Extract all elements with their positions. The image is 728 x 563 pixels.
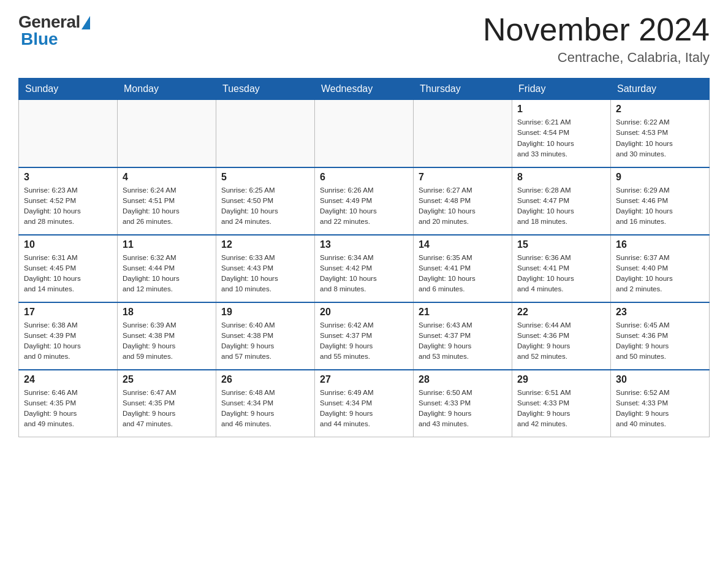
day-info: Sunrise: 6:45 AM Sunset: 4:36 PM Dayligh…	[616, 320, 704, 362]
calendar-day-cell: 12Sunrise: 6:33 AM Sunset: 4:43 PM Dayli…	[216, 235, 315, 302]
calendar-day-cell: 14Sunrise: 6:35 AM Sunset: 4:41 PM Dayli…	[414, 235, 512, 302]
day-info: Sunrise: 6:46 AM Sunset: 4:35 PM Dayligh…	[24, 388, 112, 430]
day-info: Sunrise: 6:31 AM Sunset: 4:45 PM Dayligh…	[24, 253, 112, 295]
calendar-day-cell: 1Sunrise: 6:21 AM Sunset: 4:54 PM Daylig…	[512, 100, 611, 167]
day-number: 24	[24, 374, 112, 385]
day-of-week-header: Sunday	[19, 79, 118, 100]
calendar-day-cell: 13Sunrise: 6:34 AM Sunset: 4:42 PM Dayli…	[315, 235, 414, 302]
day-info: Sunrise: 6:39 AM Sunset: 4:38 PM Dayligh…	[123, 320, 211, 362]
day-number: 4	[123, 172, 211, 183]
day-info: Sunrise: 6:24 AM Sunset: 4:51 PM Dayligh…	[123, 185, 211, 228]
day-number: 26	[221, 374, 309, 385]
day-number: 12	[221, 239, 309, 250]
day-info: Sunrise: 6:37 AM Sunset: 4:40 PM Dayligh…	[616, 253, 704, 295]
day-number: 11	[123, 239, 211, 250]
day-of-week-header: Wednesday	[315, 79, 414, 100]
calendar-day-cell: 15Sunrise: 6:36 AM Sunset: 4:41 PM Dayli…	[512, 235, 611, 302]
calendar-day-cell: 16Sunrise: 6:37 AM Sunset: 4:40 PM Dayli…	[611, 235, 710, 302]
day-number: 9	[616, 172, 704, 183]
day-number: 18	[123, 307, 211, 318]
day-of-week-header: Friday	[512, 79, 611, 100]
calendar-day-cell: 10Sunrise: 6:31 AM Sunset: 4:45 PM Dayli…	[19, 235, 118, 302]
calendar-day-cell: 22Sunrise: 6:44 AM Sunset: 4:36 PM Dayli…	[512, 302, 611, 370]
day-of-week-header: Tuesday	[216, 79, 315, 100]
calendar-day-cell: 24Sunrise: 6:46 AM Sunset: 4:35 PM Dayli…	[19, 370, 118, 437]
calendar-day-cell	[216, 100, 315, 167]
calendar-day-cell: 25Sunrise: 6:47 AM Sunset: 4:35 PM Dayli…	[118, 370, 216, 437]
calendar-day-cell	[118, 100, 216, 167]
day-info: Sunrise: 6:51 AM Sunset: 4:33 PM Dayligh…	[517, 388, 605, 430]
calendar-day-cell: 5Sunrise: 6:25 AM Sunset: 4:50 PM Daylig…	[216, 167, 315, 235]
day-number: 28	[419, 374, 507, 385]
day-info: Sunrise: 6:28 AM Sunset: 4:47 PM Dayligh…	[517, 185, 605, 228]
calendar-day-cell: 9Sunrise: 6:29 AM Sunset: 4:46 PM Daylig…	[611, 167, 710, 235]
calendar-week-row: 3Sunrise: 6:23 AM Sunset: 4:52 PM Daylig…	[19, 167, 710, 235]
day-number: 25	[123, 374, 211, 385]
calendar-day-cell: 30Sunrise: 6:52 AM Sunset: 4:33 PM Dayli…	[611, 370, 710, 437]
day-number: 15	[517, 239, 605, 250]
day-of-week-header: Monday	[118, 79, 216, 100]
calendar-day-cell: 21Sunrise: 6:43 AM Sunset: 4:37 PM Dayli…	[414, 302, 512, 370]
day-info: Sunrise: 6:42 AM Sunset: 4:37 PM Dayligh…	[320, 320, 408, 362]
calendar-day-cell: 28Sunrise: 6:50 AM Sunset: 4:33 PM Dayli…	[414, 370, 512, 437]
calendar-day-cell: 17Sunrise: 6:38 AM Sunset: 4:39 PM Dayli…	[19, 302, 118, 370]
day-info: Sunrise: 6:36 AM Sunset: 4:41 PM Dayligh…	[517, 253, 605, 295]
logo: General Blue	[18, 12, 90, 49]
day-info: Sunrise: 6:52 AM Sunset: 4:33 PM Dayligh…	[616, 388, 704, 430]
day-info: Sunrise: 6:33 AM Sunset: 4:43 PM Dayligh…	[221, 253, 309, 295]
day-info: Sunrise: 6:27 AM Sunset: 4:48 PM Dayligh…	[419, 185, 507, 228]
day-number: 21	[419, 307, 507, 318]
calendar-day-cell	[19, 100, 118, 167]
day-number: 5	[221, 172, 309, 183]
day-number: 8	[517, 172, 605, 183]
day-info: Sunrise: 6:26 AM Sunset: 4:49 PM Dayligh…	[320, 185, 408, 228]
day-number: 13	[320, 239, 408, 250]
location-subtitle: Centrache, Calabria, Italy	[483, 50, 710, 66]
day-info: Sunrise: 6:49 AM Sunset: 4:34 PM Dayligh…	[320, 388, 408, 430]
calendar-week-row: 10Sunrise: 6:31 AM Sunset: 4:45 PM Dayli…	[19, 235, 710, 302]
day-number: 30	[616, 374, 704, 385]
day-number: 19	[221, 307, 309, 318]
calendar-day-cell: 23Sunrise: 6:45 AM Sunset: 4:36 PM Dayli…	[611, 302, 710, 370]
day-info: Sunrise: 6:44 AM Sunset: 4:36 PM Dayligh…	[517, 320, 605, 362]
logo-blue-text: Blue	[21, 29, 58, 49]
day-info: Sunrise: 6:40 AM Sunset: 4:38 PM Dayligh…	[221, 320, 309, 362]
logo-triangle-icon	[82, 16, 90, 29]
calendar-day-cell: 27Sunrise: 6:49 AM Sunset: 4:34 PM Dayli…	[315, 370, 414, 437]
month-year-title: November 2024	[483, 12, 710, 47]
day-number: 20	[320, 307, 408, 318]
day-number: 17	[24, 307, 112, 318]
calendar-day-cell: 11Sunrise: 6:32 AM Sunset: 4:44 PM Dayli…	[118, 235, 216, 302]
calendar-day-cell: 8Sunrise: 6:28 AM Sunset: 4:47 PM Daylig…	[512, 167, 611, 235]
page-header: General Blue November 2024 Centrache, Ca…	[18, 12, 710, 66]
calendar-day-cell: 4Sunrise: 6:24 AM Sunset: 4:51 PM Daylig…	[118, 167, 216, 235]
day-info: Sunrise: 6:50 AM Sunset: 4:33 PM Dayligh…	[419, 388, 507, 430]
day-info: Sunrise: 6:35 AM Sunset: 4:41 PM Dayligh…	[419, 253, 507, 295]
calendar-day-cell: 6Sunrise: 6:26 AM Sunset: 4:49 PM Daylig…	[315, 167, 414, 235]
title-section: November 2024 Centrache, Calabria, Italy	[483, 12, 710, 66]
day-info: Sunrise: 6:22 AM Sunset: 4:53 PM Dayligh…	[616, 117, 704, 159]
calendar-week-row: 17Sunrise: 6:38 AM Sunset: 4:39 PM Dayli…	[19, 302, 710, 370]
day-number: 23	[616, 307, 704, 318]
calendar-day-cell: 18Sunrise: 6:39 AM Sunset: 4:38 PM Dayli…	[118, 302, 216, 370]
day-info: Sunrise: 6:23 AM Sunset: 4:52 PM Dayligh…	[24, 185, 112, 228]
day-info: Sunrise: 6:34 AM Sunset: 4:42 PM Dayligh…	[320, 253, 408, 295]
calendar-header-row: SundayMondayTuesdayWednesdayThursdayFrid…	[19, 79, 710, 100]
day-info: Sunrise: 6:21 AM Sunset: 4:54 PM Dayligh…	[517, 117, 605, 159]
calendar-day-cell: 3Sunrise: 6:23 AM Sunset: 4:52 PM Daylig…	[19, 167, 118, 235]
calendar-day-cell: 2Sunrise: 6:22 AM Sunset: 4:53 PM Daylig…	[611, 100, 710, 167]
calendar-day-cell	[414, 100, 512, 167]
calendar-day-cell: 26Sunrise: 6:48 AM Sunset: 4:34 PM Dayli…	[216, 370, 315, 437]
calendar-table: SundayMondayTuesdayWednesdayThursdayFrid…	[18, 78, 710, 437]
calendar-week-row: 24Sunrise: 6:46 AM Sunset: 4:35 PM Dayli…	[19, 370, 710, 437]
day-info: Sunrise: 6:25 AM Sunset: 4:50 PM Dayligh…	[221, 185, 309, 228]
calendar-day-cell: 7Sunrise: 6:27 AM Sunset: 4:48 PM Daylig…	[414, 167, 512, 235]
day-info: Sunrise: 6:43 AM Sunset: 4:37 PM Dayligh…	[419, 320, 507, 362]
calendar-day-cell: 19Sunrise: 6:40 AM Sunset: 4:38 PM Dayli…	[216, 302, 315, 370]
day-number: 10	[24, 239, 112, 250]
calendar-week-row: 1Sunrise: 6:21 AM Sunset: 4:54 PM Daylig…	[19, 100, 710, 167]
calendar-day-cell	[315, 100, 414, 167]
day-number: 7	[419, 172, 507, 183]
day-number: 22	[517, 307, 605, 318]
day-number: 2	[616, 104, 704, 115]
